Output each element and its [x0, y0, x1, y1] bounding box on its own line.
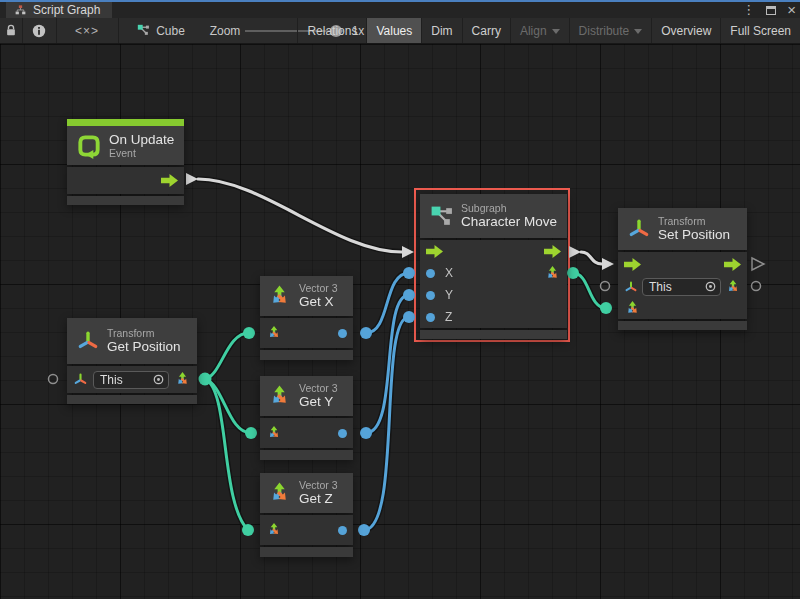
carry-button[interactable]: Carry [462, 18, 510, 43]
node-body [260, 418, 353, 448]
vector3-icon [267, 284, 292, 309]
node-body: This [618, 252, 747, 319]
align-button[interactable]: Align [510, 18, 569, 43]
lock-icon [5, 24, 17, 37]
vector3-input-port[interactable] [624, 300, 641, 317]
vector-wire-dot[interactable] [243, 327, 255, 339]
node-header: Transform Get Position [67, 318, 197, 364]
vector3-output-port[interactable] [544, 265, 561, 282]
node-get-y[interactable]: Vector 3 Get Y [260, 376, 353, 460]
subgraph-icon [429, 204, 454, 229]
graph-canvas[interactable]: On Update Event [0, 44, 800, 599]
unconnected-value-port[interactable] [752, 282, 761, 291]
code-view-button[interactable]: <×> [57, 18, 117, 43]
flow-out-port[interactable] [569, 246, 581, 258]
flow-input-port[interactable] [624, 258, 641, 271]
float-input-port[interactable] [426, 269, 435, 278]
node-get-position[interactable]: Transform Get Position This [67, 318, 197, 404]
transform-icon [627, 217, 651, 241]
vector3-input-port[interactable] [266, 425, 282, 441]
graph-toolbar: <×> Cube Zoom 1x Relations Values Dim Ca… [0, 18, 800, 44]
float-input-port[interactable] [426, 313, 435, 322]
values-button[interactable]: Values [366, 18, 421, 43]
unconnected-value-port[interactable] [601, 282, 610, 291]
script-graph-window: Script Graph ⋮ × <×> [0, 0, 800, 599]
this-object-field[interactable]: This [642, 278, 721, 296]
float-output-port[interactable] [338, 329, 347, 338]
graph-pointer-icon [137, 24, 150, 37]
toolbar-buttons: Relations Values Dim Carry Align Distrib… [297, 18, 800, 43]
full-screen-button[interactable]: Full Screen [720, 18, 800, 43]
flow-output-port[interactable] [724, 258, 741, 271]
graph-target-label: Cube [156, 24, 185, 38]
vector3-output-port[interactable] [725, 279, 741, 295]
node-set-position[interactable]: Transform Set Position [618, 208, 747, 330]
node-header: Subgraph Character Move [420, 194, 567, 238]
node-body: This [67, 366, 197, 393]
node-subtitle: Subgraph [461, 202, 557, 214]
node-body: X Y Z [420, 240, 567, 328]
vector3-input-port[interactable] [266, 325, 282, 341]
unconnected-flow-port[interactable] [752, 258, 764, 270]
flow-in-arrow[interactable] [602, 258, 614, 270]
node-get-x[interactable]: Vector 3 Get X [260, 276, 353, 360]
node-title: Set Position [658, 227, 730, 243]
node-title: Get Position [107, 339, 181, 355]
close-icon[interactable]: × [787, 3, 796, 17]
node-header: Vector 3 Get X [260, 276, 353, 316]
vector-wire-dot[interactable] [245, 427, 257, 439]
on-update-icon [76, 133, 102, 159]
node-footer [67, 395, 197, 404]
event-color-bar [67, 119, 184, 126]
tab-script-graph[interactable]: Script Graph [6, 2, 112, 18]
object-picker-icon[interactable] [153, 374, 164, 385]
port-label: X [445, 266, 453, 280]
unconnected-value-port[interactable] [49, 375, 58, 384]
node-footer [618, 321, 747, 330]
float-output-port[interactable] [338, 526, 347, 535]
node-header: On Update Event [67, 126, 184, 165]
transform-port-icon[interactable] [624, 280, 638, 294]
maximize-icon[interactable] [766, 6, 776, 15]
dim-button[interactable]: Dim [421, 18, 461, 43]
float-output-port[interactable] [338, 429, 347, 438]
info-button[interactable] [23, 18, 55, 43]
flow-output-port[interactable] [161, 174, 178, 187]
vector-wire-dot[interactable] [600, 302, 612, 314]
overview-button[interactable]: Overview [651, 18, 720, 43]
flow-input-port[interactable] [426, 245, 443, 258]
transform-port-icon[interactable] [73, 372, 88, 387]
node-on-update[interactable]: On Update Event [67, 119, 184, 205]
flow-output-port[interactable] [544, 245, 561, 258]
this-object-field[interactable]: This [93, 371, 169, 389]
transform-icon [76, 329, 100, 353]
menu-icon[interactable]: ⋮ [742, 3, 755, 17]
float-input-port[interactable] [426, 291, 435, 300]
distribute-button[interactable]: Distribute [569, 18, 652, 43]
lock-button[interactable] [0, 18, 22, 43]
flow-out-port[interactable] [186, 173, 198, 185]
vector-wire-dot[interactable] [242, 524, 254, 536]
vector3-output-port[interactable] [174, 371, 191, 388]
node-character-move[interactable]: Subgraph Character Move X [420, 194, 567, 339]
vector3-icon [267, 384, 292, 409]
node-header: Vector 3 Get Y [260, 376, 353, 416]
vector3-input-port[interactable] [266, 522, 282, 538]
value-wire-dot[interactable] [360, 427, 372, 439]
value-wire-dot[interactable] [358, 524, 370, 536]
graph-target[interactable]: Cube [131, 18, 191, 43]
port-label: Y [445, 288, 453, 302]
node-body [260, 515, 353, 545]
vector-wire-dot[interactable] [199, 373, 212, 386]
node-subtitle: Vector 3 [299, 382, 338, 394]
node-get-z[interactable]: Vector 3 Get Z [260, 473, 353, 557]
zoom-label: Zoom [205, 18, 245, 43]
node-header: Vector 3 Get Z [260, 473, 353, 513]
flow-in-arrow[interactable] [402, 246, 414, 258]
node-title: Character Move [461, 214, 557, 230]
info-icon [32, 24, 46, 38]
object-picker-icon[interactable] [705, 281, 716, 292]
value-wire-dot[interactable] [360, 327, 372, 339]
node-subtitle: Transform [107, 327, 181, 339]
relations-button[interactable]: Relations [297, 18, 366, 43]
